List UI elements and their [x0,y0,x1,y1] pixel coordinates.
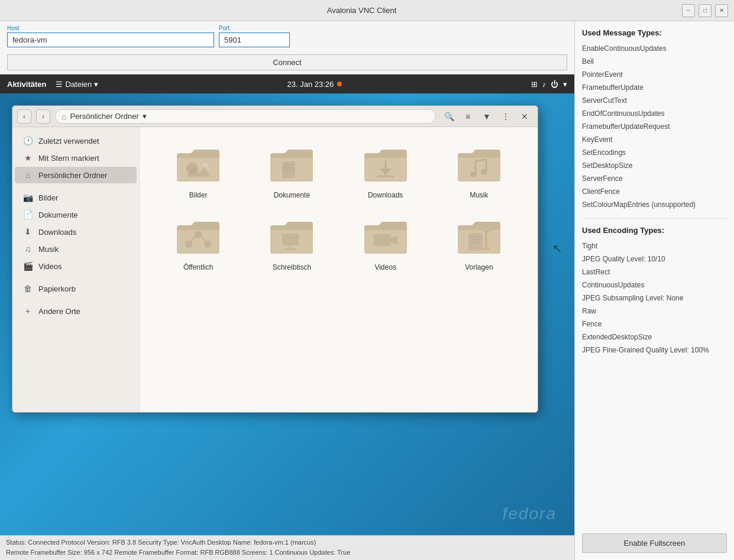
datetime-label: 23. Jan 23:26 [287,80,334,89]
connection-fields: Host Port [0,21,574,51]
vnc-desktop[interactable]: ‹ › ⌂ Persönlicher Ordner ▾ 🔍 ≡ ▼ ⋮ ✕ [0,93,574,535]
port-input[interactable] [219,33,290,47]
svg-point-10 [195,231,202,238]
fm-menu-button[interactable]: ⋮ [497,108,514,125]
sidebar-item-starred[interactable]: ★ Mit Stern markiert [15,150,137,166]
folder-label-videos: Videos [374,263,396,271]
status-bar: Status: Connected Protocol Version: RFB … [0,535,574,560]
folder-downloads[interactable]: Downloads [339,139,432,205]
minimize-button[interactable]: − [682,4,695,17]
gnome-top-bar: Aktivitäten ☰ Dateien ▾ 23. Jan 23:26 ⊞ … [0,75,574,93]
folder-videos[interactable]: Videos [339,211,432,277]
sidebar-label-downloads: Downloads [38,228,76,237]
encoding-types-title: Used Encoding Types: [582,226,727,235]
message-type-item: Bell [582,55,727,68]
power-arrow-icon[interactable]: ▾ [563,80,567,89]
message-type-item: EnableContinuousUpdates [582,42,727,55]
encoding-type-item: JPEG Quality Level: 10/10 [582,253,727,266]
dateien-menu[interactable]: ☰ Dateien ▾ [56,80,98,89]
folder-label-vorlagen: Vorlagen [465,263,493,271]
sidebar-item-downloads[interactable]: ⬇ Downloads [15,224,137,240]
svg-rect-17 [285,248,296,250]
fm-path-arrow-icon: ▾ [143,112,147,121]
sidebar-item-music[interactable]: ♫ Musik [15,241,137,257]
message-type-item: SetDesktopSize [582,159,727,172]
pictures-icon: 📷 [23,193,33,202]
sidebar-item-videos[interactable]: 🎬 Videos [15,258,137,274]
message-type-item: KeyEvent [582,133,727,146]
folder-icon-schreibtisch [268,217,315,260]
status-line-2: Remote Framebuffer Size: 956 x 742 Remot… [6,548,568,558]
message-type-item: FramebufferUpdate [582,81,727,94]
folder-schreibtisch[interactable]: Schreibtisch [245,211,338,277]
home-icon: ⌂ [23,170,33,180]
encoding-type-item: JPEG Fine-Grained Quality Level: 100% [582,344,727,357]
sidebar-item-pictures[interactable]: 📷 Bilder [15,189,137,206]
port-label: Port [219,25,290,31]
svg-rect-2 [282,161,295,178]
fm-view-dropdown-button[interactable]: ▼ [478,108,495,125]
fm-close-button[interactable]: ✕ [516,108,533,125]
folder-icon-videos [362,217,409,260]
folder-musik[interactable]: Musik [432,139,526,205]
folder-icon-bilder [174,145,222,187]
fm-path-bar[interactable]: ⌂ Persönlicher Ordner ▾ [55,109,436,124]
sidebar-item-recent[interactable]: 🕐 Zuletzt verwendet [15,132,137,149]
fm-forward-button[interactable]: › [36,109,50,124]
encoding-type-item: ContinuousUpdates [582,279,727,292]
fm-content: Bilder [140,127,538,412]
right-panel: Used Message Types: EnableContinuousUpda… [574,21,734,560]
connect-row: Connect [0,51,574,74]
message-type-item: ServerFence [582,172,727,185]
folder-oeffentlich[interactable]: Öffentlich [151,211,245,277]
encoding-type-item: Fence [582,318,727,331]
power-icon[interactable]: ⏻ [551,80,558,89]
folder-icon-dokumente [268,145,315,187]
fm-toolbar-right: 🔍 ≡ ▼ ⋮ ✕ [441,108,533,125]
notification-dot [337,82,342,86]
folder-label-schreibtisch: Schreibtisch [273,263,311,271]
dateien-icon: ☰ [56,80,63,89]
sidebar-label-recent: Zuletzt verwendet [38,137,99,145]
sidebar-item-documents[interactable]: 📄 Dokumente [15,206,137,223]
host-input[interactable] [7,33,214,47]
port-field-group: Port [219,25,290,47]
sidebar-item-trash[interactable]: 🗑 Papierkorb [15,280,137,297]
sidebar-item-other[interactable]: + Andere Orte [15,303,137,319]
fm-titlebar: ‹ › ⌂ Persönlicher Ordner ▾ 🔍 ≡ ▼ ⋮ ✕ [12,106,538,127]
encoding-type-item: JPEG Subsampling Level: None [582,292,727,305]
sidebar-item-home[interactable]: ⌂ Persönlicher Ordner [15,167,137,183]
dateien-arrow-icon: ▾ [94,80,98,89]
volume-icon[interactable]: ♪ [542,80,547,89]
fm-search-button[interactable]: 🔍 [441,108,457,125]
folder-icon-oeffentlich [174,217,222,260]
close-button[interactable]: ✕ [715,4,728,17]
network-icon[interactable]: ⊞ [531,80,538,89]
recent-icon: 🕐 [23,136,33,145]
message-type-item: FramebufferUpdateRequest [582,120,727,133]
sidebar-label-music: Musik [38,245,59,254]
sidebar-label-documents: Dokumente [38,211,77,219]
folder-icon-musik [455,145,503,187]
message-type-item: EndOfContinuousUpdates [582,107,727,120]
message-types-list: EnableContinuousUpdatesBellPointerEventF… [582,42,727,211]
fm-view-list-button[interactable]: ≡ [460,108,476,125]
fullscreen-button[interactable]: Enable Fullscreen [582,533,727,553]
connect-button[interactable]: Connect [7,54,567,70]
maximize-button[interactable]: □ [699,4,712,17]
folder-label-musik: Musik [470,191,488,199]
starred-icon: ★ [23,153,33,163]
sidebar-label-trash: Papierkorb [38,284,76,293]
music-icon: ♫ [23,244,33,254]
folder-dokumente[interactable]: Dokumente [245,139,338,205]
svg-point-1 [202,162,208,168]
fm-back-button[interactable]: ‹ [17,109,31,124]
folder-vorlagen[interactable]: Vorlagen [432,211,526,277]
folder-bilder[interactable]: Bilder [151,139,245,205]
activities-button[interactable]: Aktivitäten [7,80,46,89]
folder-label-downloads: Downloads [368,191,403,199]
vnc-area: Host Port Connect Aktivitäten ☰ Dateien … [0,21,574,560]
host-field-group: Host [7,25,214,47]
svg-point-9 [481,169,487,175]
folder-label-bilder: Bilder [189,191,208,199]
